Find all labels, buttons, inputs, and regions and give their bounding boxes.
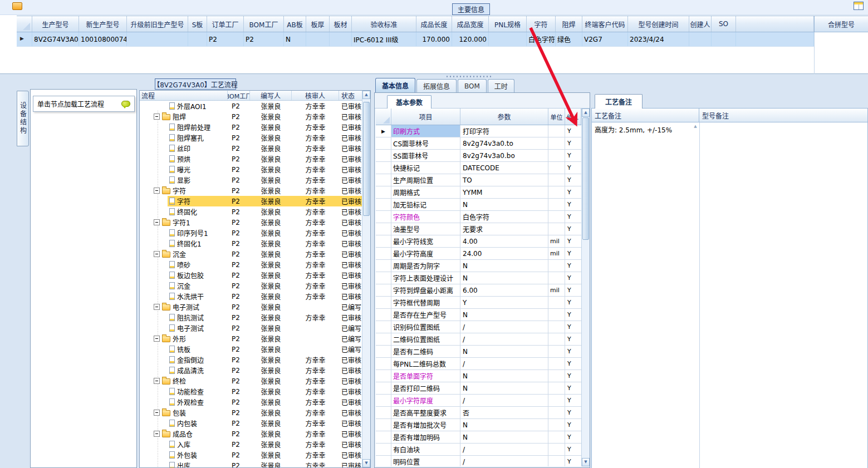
param-name-cell[interactable]: 字符上表面处理设计 (391, 272, 460, 284)
top-table-selected-row[interactable]: 8V2G74V3A010010800074826P2P2NIPC-6012 II… (17, 32, 814, 47)
param-row[interactable]: ▶ 是否有二维码 N Y (376, 346, 581, 358)
flow-tree-row[interactable]: 铣板 P2 张景良 已编写 (140, 344, 362, 354)
scrollbar-thumb[interactable] (363, 102, 370, 216)
top-table-column-header[interactable]: 型号创建时间 (628, 16, 689, 32)
flow-tree-row[interactable]: 电子测试 P2 张景良 已编写 (140, 302, 362, 312)
flow-node-cell[interactable]: 阻抗测试 (140, 312, 228, 323)
flow-node-cell[interactable]: 阻焊 (140, 111, 228, 122)
param-name-cell[interactable]: 周期格式 (391, 186, 460, 198)
param-value-cell[interactable]: N (460, 309, 548, 321)
param-row[interactable]: ▶ 字符框代替周期 Y Y (376, 297, 581, 309)
param-value-cell[interactable]: N (460, 419, 548, 431)
param-row[interactable]: ▶ 最小字符线宽 4.00 mil Y (376, 235, 581, 248)
param-value-cell[interactable]: N (460, 272, 548, 284)
param-row[interactable]: ▶ SS面菲林号 8v2g74v3a0.bo Y (376, 150, 581, 162)
flow-node-cell[interactable]: 金指倒边 (140, 354, 228, 365)
flow-tree-row[interactable]: 阻焊前处理 P2 张景良 方幸幸 已审核 (140, 122, 362, 132)
tab-process-notes[interactable]: 工艺备注 (595, 94, 643, 109)
top-table-column-header[interactable]: 阻焊 (556, 16, 582, 32)
param-row[interactable]: ▶ 加无铅标记 N Y (376, 199, 581, 211)
flow-tree-row[interactable]: 外包装 P2 张景良 方幸幸 已审核 (140, 450, 362, 460)
param-row[interactable]: ▶ 油墨型号 无要求 Y (376, 223, 581, 235)
top-table-cell[interactable]: 绿色 (556, 32, 582, 46)
param-value-cell[interactable]: / (460, 333, 548, 345)
top-table-column-header[interactable]: 升级前旧生产型号 (127, 16, 188, 32)
top-table-cell[interactable]: 10010800074826 (79, 32, 127, 46)
top-table-cell[interactable] (489, 32, 527, 46)
scroll-up-icon[interactable] (582, 109, 590, 117)
flow-node-cell[interactable]: 功能检查 (140, 386, 228, 397)
param-name-cell[interactable]: 有白油块 (391, 444, 460, 455)
param-row[interactable]: ▶ 有白油块 / Y (376, 444, 581, 456)
flow-column-process[interactable]: 流程 (140, 91, 228, 100)
top-table-column-header[interactable]: 字符 (527, 16, 556, 32)
param-name-cell[interactable]: 二维码位置图纸 (391, 333, 460, 345)
flow-tree-row[interactable]: 金指倒边 P2 张景良 方幸幸 已审核 (140, 354, 362, 365)
flow-tree-row[interactable]: 成品清洗 P2 张景良 方幸幸 已审核 (140, 365, 362, 376)
flow-tree-row[interactable]: 终检 P2 张景良 方幸幸 已审核 (140, 376, 362, 386)
top-table-column-header[interactable]: 成品宽度 (452, 16, 489, 32)
top-table-cell[interactable]: P2 (207, 32, 244, 46)
top-table-cell[interactable]: 白色字符 (527, 32, 556, 46)
param-row[interactable]: ▶ 字符到焊盘最小距离 6.00 mil Y (376, 284, 581, 297)
collapse-icon[interactable] (154, 188, 160, 194)
flow-tree-row[interactable]: 外层AOI1 P2 张景良 方幸幸 已审核 (140, 101, 362, 111)
param-scrollbar[interactable] (581, 109, 590, 466)
param-row[interactable]: ▶ 生产周期位置 TO Y (376, 174, 581, 186)
flow-node-cell[interactable]: 终检 (140, 376, 228, 386)
sidebar-tab-structure[interactable]: 设备结构 (17, 91, 29, 146)
folder-icon[interactable] (12, 2, 22, 10)
param-name-cell[interactable]: 生产周期位置 (391, 174, 460, 186)
top-table-cell[interactable] (330, 32, 352, 46)
param-value-cell[interactable]: N (460, 370, 548, 382)
param-row[interactable]: ▶ 是否打印二维码 N Y (376, 382, 581, 395)
param-value-cell[interactable]: Y (460, 297, 548, 308)
param-value-cell[interactable]: N (460, 346, 548, 357)
top-table-column-header[interactable]: BOM工厂 (244, 16, 284, 32)
param-column-value[interactable]: 参数 (460, 109, 548, 125)
scroll-down-icon[interactable] (362, 459, 370, 467)
param-row[interactable]: ▶ 字符颜色 白色字符 Y (376, 211, 581, 223)
param-value-cell[interactable]: 4.00 (460, 235, 548, 247)
flow-tree-row[interactable]: 预烘 P2 张景良 方幸幸 已审核 (140, 154, 362, 164)
param-row[interactable]: ▶ 识别码位置图纸 / Y (376, 321, 581, 333)
param-row[interactable]: ▶ 每PNL二维码总数 / Y (376, 358, 581, 370)
flow-tree-row[interactable]: 入库 P2 张景良 方幸幸 已审核 (140, 439, 362, 450)
notes-column-model[interactable]: 型号备注 (699, 109, 867, 122)
flow-tree-row[interactable]: 水洗烘干 P2 张景良 方幸幸 已审核 (140, 291, 362, 302)
top-table-cell[interactable]: N (284, 32, 306, 46)
flow-node-cell[interactable]: 内包装 (140, 418, 228, 428)
param-row[interactable]: ▶ 周期是否为阴字 N Y (376, 260, 581, 272)
param-row[interactable]: ▶ 最小字符高度 24.00 mil Y (376, 248, 581, 260)
flow-node-cell[interactable]: 曝光 (140, 164, 228, 175)
flow-tree-row[interactable]: 阻焊塞孔 P2 张景良 方幸幸 已审核 (140, 132, 362, 143)
param-value-cell[interactable]: / (460, 456, 548, 466)
flow-tree-row[interactable]: 内包装 P2 张景良 方幸幸 已审核 (140, 418, 362, 428)
top-table-cell[interactable] (127, 32, 188, 46)
top-table-column-header[interactable]: 订单工厂 (207, 16, 244, 32)
param-row[interactable]: ▶ 周期格式 YYMM Y (376, 186, 581, 199)
flow-tree-row[interactable]: 曝光 P2 张景良 方幸幸 已审核 (140, 164, 362, 175)
detail-tab[interactable]: 拓展信息 (416, 79, 457, 92)
top-table-column-header[interactable]: 成品长度 (416, 16, 452, 32)
param-value-cell[interactable]: TO (460, 174, 548, 186)
top-table-column-header[interactable]: S板 (188, 16, 207, 32)
param-value-cell[interactable]: / (460, 321, 548, 333)
param-value-cell[interactable]: 24.00 (460, 248, 548, 259)
flow-node-cell[interactable]: 外形 (140, 333, 228, 344)
param-name-cell[interactable]: 是否高平整度要求 (391, 407, 460, 418)
param-name-cell[interactable]: 是否有二维码 (391, 346, 460, 357)
top-table-column-header[interactable]: 新生产型号 (79, 16, 127, 32)
flow-tree-row[interactable]: 功能检查 P2 张景良 方幸幸 已审核 (140, 386, 362, 397)
param-name-cell[interactable]: 明码位置 (391, 456, 460, 466)
param-name-cell[interactable]: 是否有增加批次号 (391, 419, 460, 431)
param-value-cell[interactable]: 6.00 (460, 284, 548, 296)
flow-tree-row[interactable]: 字符1 P2 张景良 方幸幸 已审核 (140, 217, 362, 228)
notes-column-process[interactable]: 工艺备注 (592, 109, 699, 122)
flow-node-cell[interactable]: 阻焊塞孔 (140, 132, 228, 143)
param-name-cell[interactable]: 识别码位置图纸 (391, 321, 460, 333)
param-column-modified[interactable]: 修... (565, 109, 581, 125)
param-name-cell[interactable]: SS面菲林号 (391, 150, 460, 161)
flow-node-cell[interactable]: 外观检查 (140, 397, 228, 407)
param-name-cell[interactable]: 油墨型号 (391, 223, 460, 235)
